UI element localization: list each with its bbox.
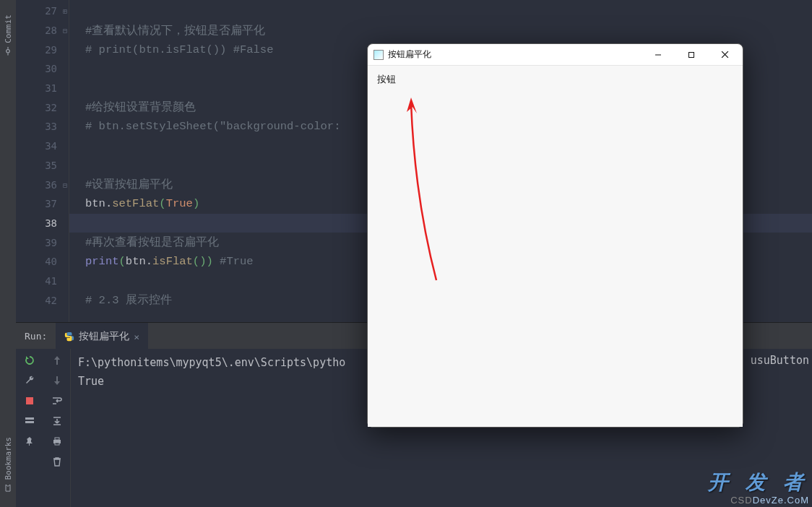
bookmarks-label-text: Bookmarks	[4, 437, 13, 480]
line-number[interactable]: 31	[45, 82, 57, 94]
line-number[interactable]: 28	[45, 25, 57, 36]
line-number[interactable]: 37	[45, 198, 57, 209]
code-line[interactable]: #查看默认情况下，按钮是否扁平化	[69, 21, 812, 40]
line-number[interactable]: 39	[45, 237, 57, 248]
run-toolbar-secondary	[43, 349, 71, 507]
close-button[interactable]	[708, 44, 741, 66]
line-number[interactable]: 35	[45, 160, 57, 171]
soft-wrap-icon[interactable]	[51, 395, 63, 407]
commit-tool-label[interactable]: Commit	[4, 14, 13, 56]
svg-rect-4	[25, 417, 34, 420]
commit-icon	[4, 47, 12, 56]
app-window: 按钮扁平化 按钮	[367, 43, 743, 428]
wrench-icon[interactable]	[24, 375, 35, 386]
svg-rect-3	[26, 397, 33, 404]
code-line[interactable]	[69, 1, 812, 21]
window-icon	[373, 50, 384, 60]
scroll-to-end-icon[interactable]	[51, 415, 63, 427]
minimize-button[interactable]	[642, 44, 675, 66]
watermark-big: 开 发 者	[708, 469, 809, 496]
window-title: 按钮扁平化	[388, 48, 642, 61]
line-number[interactable]: 40	[45, 256, 57, 267]
line-number[interactable]: 36	[45, 179, 57, 191]
line-number[interactable]: 34	[45, 140, 57, 152]
fold-open-icon[interactable]: ⊟	[63, 27, 67, 35]
line-number[interactable]: 42	[45, 295, 57, 306]
line-number[interactable]: 33	[45, 121, 57, 132]
line-number[interactable]: 30	[45, 63, 57, 74]
fold-close-icon[interactable]: ⊞	[63, 7, 67, 15]
editor-gutter[interactable]: 27⊞28⊟2930313233343536⊟373839404142	[16, 0, 69, 322]
rerun-icon[interactable]	[24, 355, 35, 366]
line-number[interactable]: 29	[45, 44, 57, 56]
left-tool-sidebar: Commit Bookmarks	[0, 0, 16, 507]
run-panel-title: Run:	[16, 331, 56, 342]
window-titlebar[interactable]: 按钮扁平化	[368, 44, 743, 66]
pin-icon[interactable]	[24, 436, 35, 447]
line-number[interactable]: 32	[45, 102, 57, 113]
watermark-small: CSDDevZe.CoM	[708, 495, 809, 506]
print-icon[interactable]	[51, 436, 63, 447]
console-right-fragment: usuButton	[751, 354, 809, 367]
line-number[interactable]: 38	[45, 217, 57, 229]
run-tab[interactable]: 按钮扁平化 ×	[56, 323, 148, 349]
arrow-down-icon[interactable]	[51, 375, 63, 386]
svg-point-0	[7, 50, 10, 53]
svg-rect-8	[55, 443, 59, 445]
python-icon	[64, 332, 74, 342]
trash-icon[interactable]	[51, 456, 63, 467]
annotation-arrow	[404, 96, 447, 284]
svg-rect-10	[689, 52, 694, 57]
arrow-up-icon[interactable]	[51, 355, 63, 366]
window-body: 按钮	[368, 66, 743, 427]
svg-rect-5	[25, 421, 34, 423]
watermark: 开 发 者 CSDDevZe.CoM	[708, 469, 809, 506]
line-number[interactable]: 27	[45, 5, 57, 17]
commit-label-text: Commit	[4, 14, 13, 43]
svg-rect-7	[55, 438, 59, 440]
maximize-button[interactable]	[675, 44, 708, 66]
line-number[interactable]: 41	[45, 275, 57, 287]
layout-icon[interactable]	[24, 415, 35, 427]
bookmarks-tool-label[interactable]: Bookmarks	[4, 437, 13, 493]
flat-pushbutton[interactable]: 按钮	[375, 73, 398, 87]
bookmarks-icon	[4, 484, 12, 493]
run-tab-label: 按钮扁平化	[79, 330, 129, 343]
run-toolbar-primary	[16, 349, 43, 507]
close-icon[interactable]: ×	[134, 332, 139, 342]
fold-open-icon[interactable]: ⊟	[63, 181, 67, 188]
stop-icon[interactable]	[24, 395, 35, 407]
